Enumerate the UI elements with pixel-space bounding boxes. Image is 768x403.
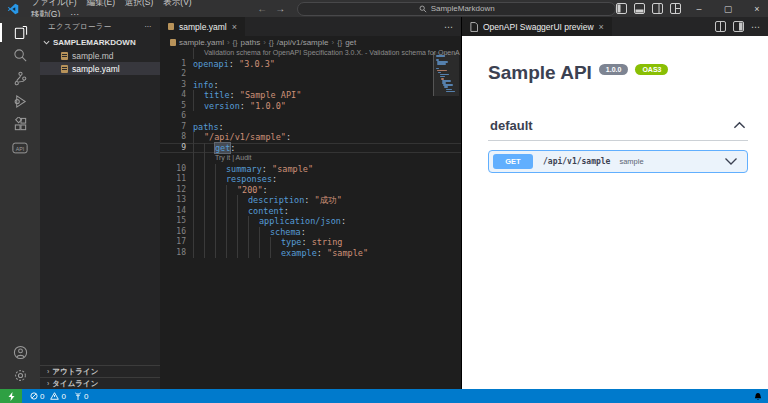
code-token: openapi [193, 59, 229, 70]
indent-guide [237, 237, 248, 248]
close-tab-icon[interactable]: × [232, 22, 237, 32]
folder-label: SAMPLEMARKDOWN [53, 38, 136, 47]
remote-indicator[interactable] [0, 389, 22, 403]
outline-section[interactable]: › アウトライン [40, 365, 160, 377]
line-number: 12 [160, 185, 193, 196]
nav-forward-button[interactable]: → [275, 3, 285, 14]
indent-guide [193, 101, 204, 112]
split-editor-icon[interactable] [715, 21, 726, 32]
indent-guide [193, 48, 204, 59]
explorer-more-actions[interactable]: ⋯ [144, 22, 152, 31]
openapi-extension-icon[interactable]: API [0, 136, 40, 159]
minimap[interactable] [436, 55, 458, 93]
code-token: : [229, 59, 239, 70]
run-debug-icon[interactable] [0, 90, 40, 113]
indent-guide [237, 248, 248, 259]
minimize-button[interactable]: – [688, 0, 710, 17]
tab-label: OpenAPI SwaggerUI preview [483, 22, 594, 32]
code-line: 7paths: [160, 122, 461, 133]
line-number: 16 [160, 227, 193, 238]
code-token: content [248, 206, 284, 217]
explorer-sidebar: エクスプローラー ⋯ SAMPLEMARKDOWN sample.md samp… [40, 17, 160, 389]
timeline-section[interactable]: › タイムライン [40, 377, 160, 389]
outline-label: アウトライン [52, 367, 98, 377]
breadcrumb-item-path[interactable]: /api/v1/sample [277, 38, 329, 47]
explorer-icon[interactable] [0, 21, 40, 44]
search-sidebar-icon[interactable] [0, 44, 40, 67]
code-line: 6 [160, 111, 461, 122]
tab-sample-yaml[interactable]: sample.yaml × [160, 17, 245, 36]
bell-icon[interactable] [754, 392, 762, 401]
line-number: 15 [160, 216, 193, 227]
codelens-line: Validation schema for OpenAPI Specificat… [160, 48, 461, 59]
editor-tab-bar: sample.yaml × ⋯ [160, 17, 461, 36]
breadcrumb-item-file[interactable]: sample.yaml [179, 38, 224, 47]
chevron-down-icon[interactable] [724, 157, 738, 166]
section-divider [488, 140, 748, 141]
svg-text:API: API [16, 145, 25, 151]
file-sample-yaml[interactable]: sample.yaml [40, 62, 160, 75]
chevron-up-icon[interactable] [733, 121, 746, 130]
code-token: : [286, 132, 291, 143]
indent-guide [204, 195, 215, 206]
code-line: 4title: "Sample API" [160, 90, 461, 101]
toggle-secondary-sidebar-icon[interactable] [652, 3, 663, 14]
customize-layout-icon[interactable] [670, 3, 681, 14]
account-icon[interactable] [0, 341, 40, 364]
breadcrumb-item-get[interactable]: get [345, 38, 356, 47]
ports-indicator[interactable]: 0 [74, 392, 88, 401]
editor-more-actions[interactable]: ⋯ [444, 22, 453, 32]
breadcrumb-separator: › [331, 38, 334, 47]
menu-item[interactable]: 選択(S) [120, 0, 158, 8]
code-editor[interactable]: Validation schema for OpenAPI Specificat… [160, 48, 461, 389]
indent-guide [193, 90, 204, 101]
indent-guide [226, 185, 237, 196]
indent-guide [237, 206, 248, 217]
indent-guide [248, 216, 259, 227]
source-control-icon[interactable] [0, 67, 40, 90]
menu-item[interactable]: ファイル(F) [26, 0, 82, 8]
indent-guide [204, 227, 215, 238]
codelens-link[interactable]: Try it | Audit [215, 153, 252, 164]
vscode-logo-icon [7, 3, 19, 15]
line-number: 2 [160, 69, 193, 80]
indent-guide [226, 216, 237, 227]
preview-more-actions[interactable]: ⋯ [751, 22, 760, 32]
breadcrumb-item-paths[interactable]: paths [241, 38, 261, 47]
toggle-editor-layout-icon[interactable] [733, 21, 744, 32]
tab-swagger-preview[interactable]: OpenAPI SwaggerUI preview × [462, 17, 612, 36]
highlighted-word: get [215, 143, 230, 154]
file-sample-md[interactable]: sample.md [40, 49, 160, 62]
tab-label: sample.yaml [179, 22, 227, 32]
extensions-icon[interactable] [0, 113, 40, 136]
close-button[interactable]: × [746, 0, 768, 17]
nav-back-button[interactable]: ← [257, 3, 267, 14]
code-token: "sample" [327, 248, 368, 259]
settings-gear-icon[interactable] [0, 364, 40, 387]
indent-guide [215, 185, 226, 196]
api-title: Sample API [488, 62, 592, 84]
indent-guide [215, 216, 226, 227]
close-tab-icon[interactable]: × [599, 22, 604, 32]
minimap-slider[interactable] [433, 52, 459, 96]
toggle-primary-sidebar-icon[interactable] [616, 3, 627, 14]
command-center-search[interactable]: SampleMarkdown [297, 2, 616, 16]
menu-item[interactable]: 編集(E) [82, 0, 120, 8]
tag-section-default[interactable]: default [488, 118, 748, 133]
indent-guide [270, 237, 281, 248]
toggle-panel-icon[interactable] [634, 3, 645, 14]
indent-guide [215, 164, 226, 175]
folder-samplemarkdown[interactable]: SAMPLEMARKDOWN [40, 36, 160, 49]
menu-item[interactable]: 表示(V) [158, 0, 196, 8]
maximize-button[interactable]: ▢ [717, 0, 739, 17]
line-number: 14 [160, 206, 193, 217]
problems-indicator[interactable]: 0 0 [30, 392, 66, 401]
codelens-link[interactable]: Validation schema for OpenAPI Specificat… [204, 48, 460, 59]
operation-get-row[interactable]: GET /api/v1/sample sample [488, 150, 748, 173]
editor-group: sample.yaml × ⋯ sample.yaml › {} paths ›… [160, 17, 461, 389]
indent-guide [204, 248, 215, 259]
code-line: 10summary: "sample" [160, 164, 461, 175]
indent-guide [193, 174, 204, 185]
indent-guide [215, 227, 226, 238]
http-method-badge: GET [493, 154, 533, 169]
